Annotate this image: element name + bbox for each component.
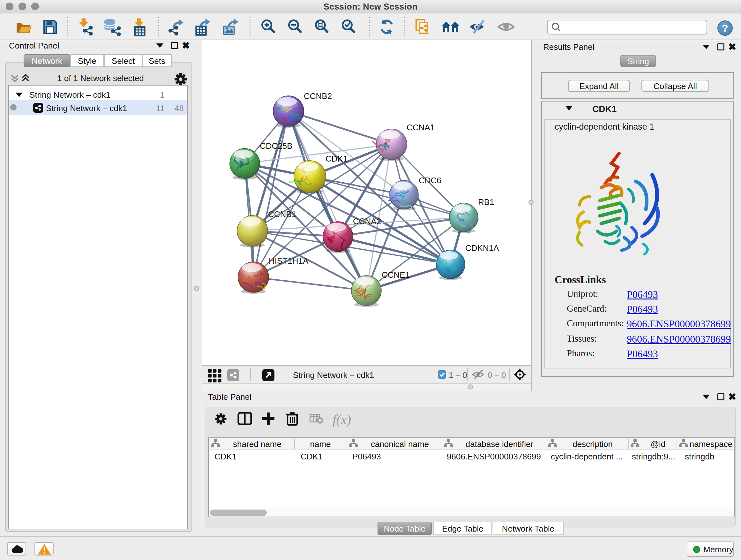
- svg-text:RB1: RB1: [478, 197, 494, 207]
- svg-text:CDK1: CDK1: [326, 154, 347, 164]
- svg-text:CDKN1A: CDKN1A: [465, 243, 499, 253]
- svg-text:CDC6: CDC6: [419, 176, 441, 185]
- svg-text:CCNA1: CCNA1: [407, 123, 434, 132]
- svg-text:CCNE1: CCNE1: [382, 270, 410, 280]
- svg-text:HIST1H1A: HIST1H1A: [269, 256, 309, 266]
- svg-text:CCNB1: CCNB1: [268, 209, 296, 219]
- svg-text:CCNA2: CCNA2: [353, 216, 381, 226]
- svg-text:CDC25B: CDC25B: [260, 141, 293, 151]
- svg-text:CCNB2: CCNB2: [304, 91, 332, 101]
